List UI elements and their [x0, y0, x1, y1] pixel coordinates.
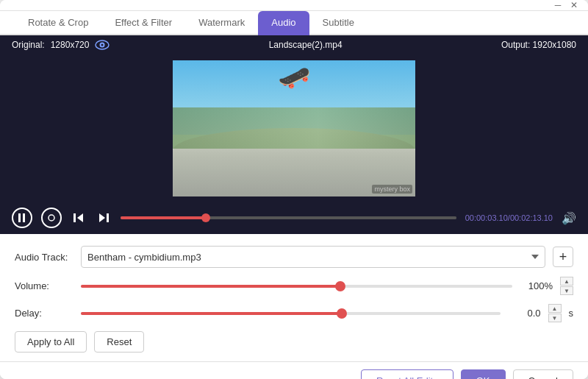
video-content: 🛹 mystery box — [173, 60, 415, 196]
eye-icon[interactable] — [95, 40, 110, 50]
pause-button[interactable] — [12, 208, 32, 228]
ok-button[interactable]: OK — [461, 369, 506, 379]
main-window: ─ ✕ Rotate & Crop Effect & Filter Waterm… — [0, 0, 588, 379]
add-audio-button[interactable]: + — [553, 247, 573, 267]
svg-point-2 — [101, 44, 104, 46]
original-resolution: 1280x720 — [51, 40, 90, 50]
delay-up-button[interactable]: ▲ — [548, 304, 562, 313]
prev-button[interactable] — [71, 213, 87, 222]
volume-up-button[interactable]: ▲ — [560, 277, 573, 286]
svg-rect-3 — [18, 213, 21, 222]
volume-icon[interactable]: 🔊 — [562, 211, 576, 225]
video-watermark: mystery box — [372, 185, 412, 194]
next-button[interactable] — [96, 213, 112, 222]
delay-slider[interactable] — [81, 306, 501, 321]
delay-spinner[interactable]: ▲ ▼ — [548, 304, 562, 322]
video-filename: Landscape(2).mp4 — [269, 40, 343, 50]
minimize-button[interactable]: ─ — [553, 0, 563, 10]
svg-rect-9 — [107, 213, 109, 222]
delay-row: Delay: 0.0 ▲ ▼ s — [15, 304, 573, 322]
stop-button[interactable] — [41, 208, 62, 228]
svg-rect-4 — [23, 213, 25, 222]
tab-bar: Rotate & Crop Effect & Filter Watermark … — [0, 11, 588, 35]
svg-point-5 — [49, 215, 54, 221]
reset-button[interactable]: Reset — [94, 331, 144, 353]
skateboarder-graphic: 🛹 — [278, 64, 311, 91]
progress-bar[interactable] — [121, 216, 456, 219]
volume-spinner[interactable]: ▲ ▼ — [560, 277, 573, 295]
output-resolution: 1920x1080 — [533, 40, 576, 50]
playback-controls: 00:00:03.10/00:02:13.10 🔊 — [0, 202, 588, 234]
close-button[interactable]: ✕ — [569, 0, 579, 10]
volume-label: Volume: — [15, 280, 74, 291]
tab-watermark[interactable]: Watermark — [185, 11, 258, 35]
footer: Reset All Edits OK Cancel — [0, 361, 588, 379]
tab-subtitle[interactable]: Subtitle — [309, 11, 368, 35]
tab-effect[interactable]: Effect & Filter — [101, 11, 185, 35]
delay-value: 0.0 — [508, 308, 541, 319]
svg-marker-8 — [99, 213, 105, 222]
title-bar: ─ ✕ — [0, 0, 588, 11]
video-frame: 🛹 mystery box — [0, 54, 588, 202]
delay-unit: s — [569, 308, 574, 319]
volume-value: 100% — [520, 280, 553, 291]
original-label: Original: — [12, 40, 45, 50]
video-header: Original: 1280x720 Landscape(2).mp4 Outp… — [0, 35, 588, 54]
audio-controls-panel: Audio Track: Bentham - cymbidium.mp3 + V… — [0, 234, 588, 361]
volume-down-button[interactable]: ▼ — [560, 286, 573, 295]
apply-all-button[interactable]: Apply to All — [15, 331, 87, 353]
tab-rotate[interactable]: Rotate & Crop — [15, 11, 101, 35]
reset-all-edits-button[interactable]: Reset All Edits — [361, 369, 453, 379]
delay-label: Delay: — [15, 308, 74, 319]
tab-audio[interactable]: Audio — [258, 11, 309, 35]
output-label: Output: — [501, 40, 530, 50]
audio-track-row: Audio Track: Bentham - cymbidium.mp3 + — [15, 246, 573, 268]
delay-down-button[interactable]: ▼ — [548, 314, 562, 322]
volume-slider[interactable] — [81, 279, 512, 294]
time-display: 00:00:03.10/00:02:13.10 — [465, 213, 553, 222]
video-output-info: Output: 1920x1080 — [501, 40, 576, 50]
cancel-button[interactable]: Cancel — [513, 369, 573, 379]
action-row: Apply to All Reset — [15, 331, 573, 353]
svg-marker-6 — [77, 213, 83, 222]
audio-track-label: Audio Track: — [15, 252, 74, 263]
video-original-info: Original: 1280x720 — [12, 40, 110, 50]
audio-track-select[interactable]: Bentham - cymbidium.mp3 — [81, 246, 545, 268]
window-controls: ─ ✕ — [553, 0, 579, 10]
svg-rect-7 — [74, 213, 76, 222]
volume-row: Volume: 100% ▲ ▼ — [15, 277, 573, 295]
